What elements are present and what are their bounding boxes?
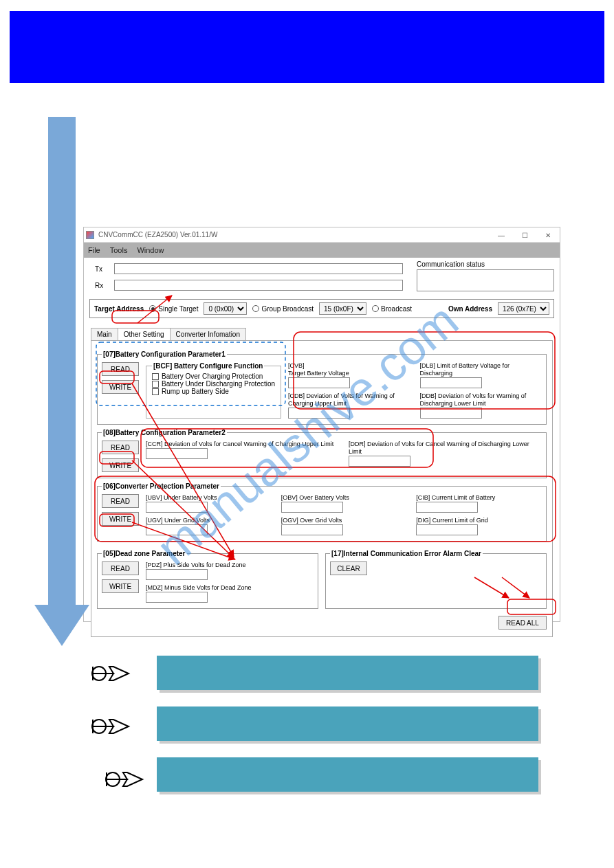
group-08: [08]Battery Configuration Parameter2 REA…: [97, 429, 547, 478]
ugv-input[interactable]: [146, 524, 208, 535]
group-05-legend: [05]Dead zone Parameter: [102, 550, 187, 557]
group-17-legend: [17]Internal Communication Error Alarm C…: [330, 550, 483, 557]
pdz-input[interactable]: [146, 569, 208, 580]
cvb-label: [CVB] Target Battery Voltage: [288, 362, 410, 377]
dlb-label: [DLB] Limit of Battery Voltage for Disch…: [420, 362, 542, 377]
tab-other-setting[interactable]: Other Setting: [118, 328, 171, 340]
chk-rump-up[interactable]: Rump up Battery Side: [152, 388, 275, 395]
tab-main[interactable]: Main: [91, 328, 118, 340]
app-window: CNVCommCC (EZA2500) Ver.01.11/W — ☐ ✕ Fi…: [83, 227, 560, 622]
comm-status-label: Communication status: [417, 260, 554, 268]
ddb-label: [DDB] Deviation of Volts for Warning of …: [420, 392, 542, 408]
pdz-label: [PDZ] Plus Side Volts for Dead Zone: [146, 561, 314, 569]
btn-08-read[interactable]: READ: [102, 441, 139, 454]
tx-label: Tx: [95, 265, 110, 273]
btn-17-clear[interactable]: CLEAR: [330, 561, 367, 575]
btn-read-all[interactable]: READ ALL: [498, 616, 547, 630]
group-broadcast-select[interactable]: 15 (0x0F): [319, 302, 366, 315]
callout-box-3: [157, 757, 538, 792]
btn-08-write[interactable]: WRITE: [102, 458, 139, 472]
radio-group-broadcast[interactable]: Group Broadcast: [252, 305, 314, 313]
tab-converter-info[interactable]: Converter Infomation: [171, 328, 246, 340]
minimize-button[interactable]: —: [490, 227, 513, 243]
pointing-hand-icon: [89, 711, 133, 742]
bcf-legend: [BCF] Battery Configure Function: [152, 362, 264, 370]
app-icon: [86, 231, 94, 239]
close-button[interactable]: ✕: [536, 227, 560, 243]
ubv-label: [UBV] Under Battery Volts: [146, 494, 272, 502]
own-address-select[interactable]: 126 (0x7E): [498, 302, 549, 315]
maximize-button[interactable]: ☐: [513, 227, 536, 243]
btn-06-write[interactable]: WRITE: [102, 512, 139, 526]
group-07: [07]Battery Configuration Parameter1 REA…: [97, 350, 547, 425]
window-title: CNVCommCC (EZA2500) Ver.01.11/W: [98, 231, 217, 238]
single-target-select[interactable]: 0 (0x00): [204, 302, 247, 315]
group-05: [05]Dead zone Parameter READ WRITE [PDZ]…: [97, 550, 318, 609]
tx-input[interactable]: [114, 263, 403, 274]
group-08-legend: [08]Battery Configuration Parameter2: [102, 429, 227, 436]
group-06: [06]Converter Protection Parameter READ …: [97, 482, 547, 542]
chk-over-charging[interactable]: Battery Over Charging Protection: [152, 372, 275, 380]
obv-input[interactable]: [281, 502, 343, 513]
dlb-input[interactable]: [420, 377, 482, 388]
group-06-legend: [06]Converter Protection Parameter: [102, 482, 221, 490]
cib-label: [CIB] Current Limit of Battery: [416, 494, 542, 502]
radio-single-target[interactable]: Single Target: [149, 305, 198, 313]
callout-box-2: [157, 706, 538, 741]
cib-input[interactable]: [416, 502, 478, 513]
ddr-input[interactable]: [349, 456, 410, 467]
menu-bar: File Tools Window: [84, 243, 560, 258]
rx-input[interactable]: [114, 280, 403, 291]
dig-label: [DIG] Current Limit of Grid: [416, 517, 542, 524]
btn-05-read[interactable]: READ: [102, 561, 139, 575]
target-address-label: Target Address: [94, 305, 144, 313]
group-07-legend: [07]Battery Configuration Parameter1: [102, 350, 227, 358]
ubv-input[interactable]: [146, 502, 208, 513]
ogv-input[interactable]: [281, 524, 343, 535]
btn-07-write[interactable]: WRITE: [102, 380, 139, 394]
btn-05-write[interactable]: WRITE: [102, 579, 139, 593]
top-blue-banner: [10, 11, 604, 83]
comm-status-field: [417, 269, 554, 291]
cdb-input[interactable]: [288, 408, 350, 419]
group-17: [17]Internal Communication Error Alarm C…: [325, 550, 547, 609]
pointing-hand-icon: [89, 658, 133, 689]
btn-06-read[interactable]: READ: [102, 494, 139, 508]
dig-input[interactable]: [416, 524, 478, 535]
ugv-label: [UGV] Under Grid Volts: [146, 517, 272, 524]
cvb-input[interactable]: [288, 377, 350, 388]
cdb-label: [CDB] Deviation of Volts for Warning of …: [288, 392, 410, 408]
pointing-hand-icon: [103, 764, 147, 794]
radio-broadcast[interactable]: Broadcast: [372, 305, 412, 313]
ogv-label: [OGV] Over Grid Volts: [281, 517, 407, 524]
mdz-input[interactable]: [146, 592, 208, 603]
own-address-label: Own Address: [448, 305, 492, 313]
ccr-label: [CCR] Deviation of Volts for Cancel Warn…: [146, 441, 339, 448]
menu-file[interactable]: File: [88, 246, 100, 254]
chk-under-discharging[interactable]: Battery Under Discharging Protection: [152, 380, 275, 388]
callout-box-1: [157, 656, 538, 690]
rx-label: Rx: [95, 282, 110, 289]
menu-window[interactable]: Window: [137, 246, 164, 254]
ccr-input[interactable]: [146, 448, 208, 459]
btn-07-read[interactable]: READ: [102, 362, 139, 376]
mdz-label: [MDZ] Minus Side Volts for Dead Zone: [146, 584, 314, 592]
ddb-input[interactable]: [420, 408, 482, 419]
obv-label: [OBV] Over Battery Volts: [281, 494, 407, 502]
menu-tools[interactable]: Tools: [110, 246, 128, 254]
ddr-label: [DDR] Deviation of Volts for Cancel Warn…: [349, 441, 542, 456]
